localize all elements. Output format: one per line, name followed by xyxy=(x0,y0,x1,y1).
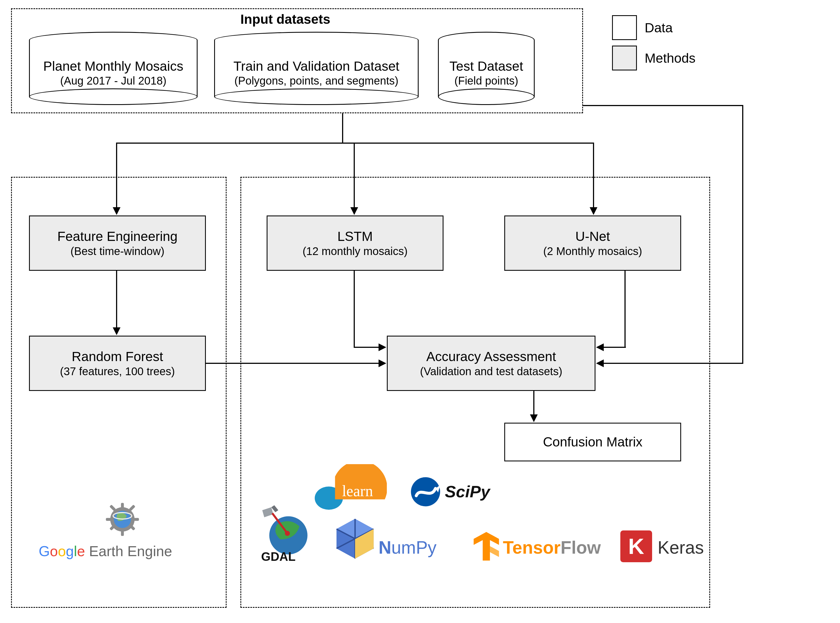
unet-box: U-Net (2 Monthly mosaics) xyxy=(504,215,681,271)
svg-marker-21 xyxy=(490,546,499,557)
unet-subtitle: (2 Monthly mosaics) xyxy=(543,244,642,258)
svg-rect-2 xyxy=(121,529,124,536)
planet-title: Planet Monthly Mosaics xyxy=(29,58,198,74)
numpy-logo-icon xyxy=(333,517,377,561)
trainval-subtitle: (Polygons, points, and segments) xyxy=(214,74,419,87)
tensorflow-logo-text: TensorFlow xyxy=(503,537,601,558)
lstm-box: LSTM (12 monthly mosaics) xyxy=(267,215,444,271)
trainval-title: Train and Validation Dataset xyxy=(214,58,419,74)
scipy-logo-icon xyxy=(409,475,442,508)
test-subtitle: (Field points) xyxy=(438,74,535,87)
legend-methods-swatch xyxy=(612,46,637,71)
legend-data-swatch xyxy=(612,15,637,40)
cylinder-test-dataset: Test Dataset (Field points) xyxy=(438,32,535,105)
keras-logo-text: Keras xyxy=(658,537,704,558)
gdal-logo-text: GDAL xyxy=(261,550,296,563)
svg-marker-20 xyxy=(474,532,499,560)
sklearn-logo-text: learn xyxy=(342,482,373,500)
input-datasets-title: Input datasets xyxy=(240,12,330,27)
svg-point-13 xyxy=(285,531,290,536)
legend-methods-label: Methods xyxy=(645,51,696,66)
legend-methods-row: Methods xyxy=(612,46,696,71)
feature-engineering-box: Feature Engineering (Best time-window) xyxy=(29,215,206,271)
tensorflow-logo-icon: measurement xyxy=(471,531,502,563)
random-forest-box: Random Forest (37 features, 100 trees) xyxy=(29,336,206,391)
unet-title: U-Net xyxy=(575,229,610,244)
scipy-logo-text: SciPy xyxy=(445,482,490,501)
accuracy-assessment-box: Accuracy Assessment (Validation and test… xyxy=(387,336,596,391)
rf-subtitle: (37 features, 100 trees) xyxy=(60,365,175,378)
gee-rest: Earth Engine xyxy=(85,543,172,559)
confusion-title: Confusion Matrix xyxy=(543,434,642,450)
gee-logo-icon xyxy=(104,502,140,537)
test-title: Test Dataset xyxy=(438,58,535,74)
gee-logo-text: Google Earth Engine xyxy=(39,543,172,560)
rf-title: Random Forest xyxy=(72,349,163,365)
lstm-title: LSTM xyxy=(337,229,373,244)
keras-k-glyph: K xyxy=(628,534,644,559)
svg-rect-3 xyxy=(106,518,112,521)
legend-data-label: Data xyxy=(645,20,673,35)
acc-subtitle: (Validation and test datasets) xyxy=(420,365,562,378)
fe-title: Feature Engineering xyxy=(57,229,178,244)
fe-subtitle: (Best time-window) xyxy=(71,244,164,258)
lstm-subtitle: (12 monthly mosaics) xyxy=(303,244,408,258)
svg-rect-4 xyxy=(132,518,139,521)
cylinder-train-validation: Train and Validation Dataset (Polygons, … xyxy=(214,32,419,105)
numpy-logo-text: NumPy xyxy=(379,537,436,558)
planet-subtitle: (Aug 2017 - Jul 2018) xyxy=(29,74,198,87)
acc-title: Accuracy Assessment xyxy=(426,349,556,365)
legend-data-row: Data xyxy=(612,15,673,40)
cylinder-planet-mosaics: Planet Monthly Mosaics (Aug 2017 - Jul 2… xyxy=(29,32,198,105)
svg-rect-1 xyxy=(121,503,124,509)
keras-logo-icon: K xyxy=(620,531,652,562)
confusion-matrix-box: Confusion Matrix xyxy=(504,423,681,461)
